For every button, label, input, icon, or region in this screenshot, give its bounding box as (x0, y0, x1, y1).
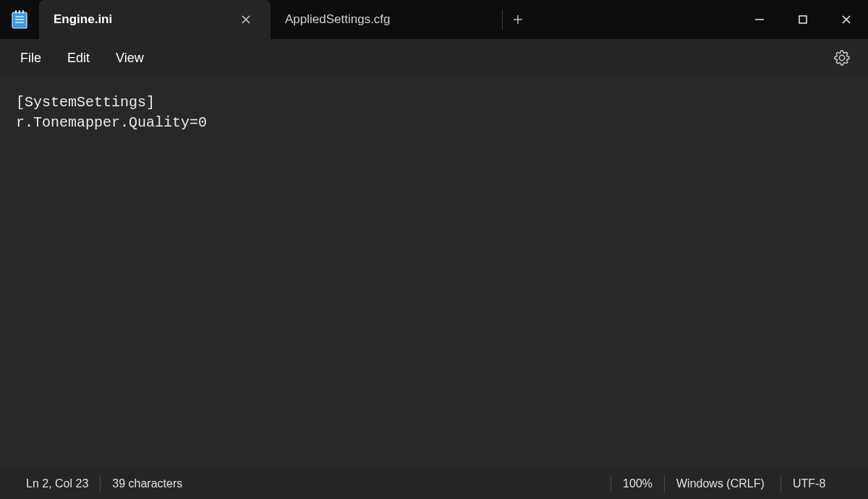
close-icon (841, 14, 851, 25)
status-line-ending[interactable]: Windows (CRLF) (665, 475, 780, 492)
text-editor[interactable]: [SystemSettings] r.Tonemapper.Quality=0 (0, 77, 868, 469)
status-char-count: 39 characters (101, 475, 194, 492)
maximize-button[interactable] (781, 0, 825, 39)
app-icon (0, 0, 39, 39)
titlebar: Engine.ini AppliedSettings.cfg (0, 0, 868, 39)
status-encoding[interactable]: UTF-8 (781, 475, 854, 492)
close-tab-button[interactable] (236, 9, 256, 30)
menu-file[interactable]: File (7, 45, 54, 72)
svg-rect-0 (12, 12, 27, 28)
svg-rect-6 (19, 10, 20, 14)
minimize-icon (754, 14, 765, 25)
menubar: File Edit View (0, 39, 868, 77)
svg-rect-5 (15, 10, 17, 14)
plus-icon (512, 14, 524, 25)
tab-title: AppliedSettings.cfg (285, 12, 488, 27)
minimize-button[interactable] (738, 0, 781, 39)
notepad-icon (11, 9, 28, 30)
maximize-icon (798, 14, 808, 25)
status-cursor-position[interactable]: Ln 2, Col 23 (14, 475, 100, 492)
gear-icon (834, 50, 850, 66)
status-zoom[interactable]: 100% (611, 475, 664, 492)
menu-edit[interactable]: Edit (54, 45, 103, 72)
statusbar: Ln 2, Col 23 39 characters 100% Windows … (0, 469, 868, 499)
close-window-button[interactable] (825, 0, 868, 39)
settings-button[interactable] (827, 43, 856, 72)
window-controls (738, 0, 868, 39)
svg-rect-13 (799, 16, 807, 23)
tab-strip: Engine.ini AppliedSettings.cfg (39, 0, 738, 39)
new-tab-button[interactable] (503, 0, 533, 39)
tab-title: Engine.ini (54, 12, 230, 27)
tab-active[interactable]: Engine.ini (39, 0, 271, 39)
close-icon (241, 14, 251, 25)
menu-view[interactable]: View (103, 45, 157, 72)
svg-rect-7 (22, 10, 24, 14)
tab-inactive[interactable]: AppliedSettings.cfg (271, 0, 502, 39)
